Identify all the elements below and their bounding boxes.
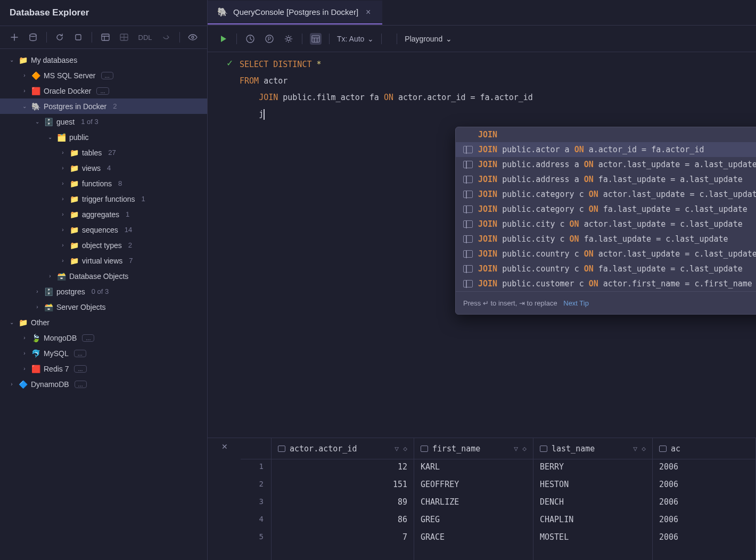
table-cell[interactable]: BERRY (533, 459, 652, 477)
table-cell[interactable]: 1 (241, 459, 271, 477)
chevron-right-icon[interactable]: › (60, 165, 66, 171)
table-cell[interactable]: 151 (272, 477, 414, 495)
chevron-right-icon[interactable]: › (47, 273, 53, 279)
column-header[interactable]: last_name ▽ ◇ (533, 438, 652, 459)
chevron-right-icon[interactable]: › (21, 72, 28, 78)
tab-query-console[interactable]: 🐘 QueryConsole [Postgres in Docker] × (208, 1, 382, 24)
chevron-right-icon[interactable]: › (60, 211, 66, 217)
table-cell[interactable]: 2006 (653, 495, 755, 512)
tree-node[interactable]: ›📁sequences14 (0, 222, 207, 237)
chevron-right-icon[interactable]: › (34, 289, 40, 294)
tree-node[interactable]: ›📁tables27 (0, 145, 207, 160)
table-cell[interactable]: 2 (241, 477, 271, 495)
table-cell[interactable]: 3 (241, 495, 271, 512)
ddl-button[interactable]: DDL (137, 34, 153, 42)
explain-icon[interactable]: P (264, 33, 275, 45)
chevron-right-icon[interactable]: › (21, 88, 28, 94)
sort-icon[interactable]: ◇ (522, 444, 527, 452)
eye-icon[interactable] (187, 31, 199, 43)
close-results-icon[interactable]: ✕ (221, 442, 228, 451)
code-editor[interactable]: ✓ SELECT DISTINCT * FROM actor JOIN publ… (208, 52, 756, 127)
tree-node[interactable]: ⌄📁Other (0, 315, 207, 330)
tree-node[interactable]: ⌄🗄️guest1 of 3 (0, 114, 207, 129)
datasource-icon[interactable] (27, 31, 38, 43)
chevron-right-icon[interactable]: › (60, 180, 66, 186)
tree-node[interactable]: ›🔷DynamoDB... (0, 376, 207, 392)
add-icon[interactable] (9, 31, 20, 43)
run-icon[interactable] (217, 33, 229, 45)
chevron-right-icon[interactable]: › (60, 196, 66, 202)
tree-node[interactable]: ›🗃️Server Objects (0, 299, 207, 315)
table-cell[interactable]: GEOFFREY (414, 477, 533, 495)
table-cell[interactable]: DENCH (533, 495, 652, 512)
tree-node[interactable]: ›📁functions8 (0, 176, 207, 191)
table-cell[interactable]: CHAPLIN (533, 512, 652, 530)
column-last-name[interactable]: last_name ▽ ◇ BERRYHESTONDENCHCHAPLINMOS… (533, 438, 653, 560)
column-header[interactable]: actor.actor_id ▽ ◇ (272, 438, 414, 459)
table-cell[interactable]: 12 (272, 459, 414, 477)
chevron-right-icon[interactable]: › (21, 335, 28, 341)
sort-icon[interactable]: ◇ (642, 444, 646, 452)
stop-refresh-icon[interactable] (73, 31, 84, 43)
history-icon[interactable] (244, 33, 256, 45)
autocomplete-item[interactable]: JOIN public.category c ON actor.last_upd… (456, 187, 756, 202)
column-actor-id[interactable]: actor.actor_id ▽ ◇ 1215189867 (272, 438, 414, 560)
refresh-icon[interactable] (54, 31, 65, 43)
chevron-right-icon[interactable]: › (21, 366, 28, 372)
chevron-down-icon[interactable]: ⌄ (47, 134, 53, 140)
chevron-right-icon[interactable]: › (21, 350, 28, 356)
tree-node[interactable]: ›🔶MS SQL Server... (0, 68, 207, 83)
table-cell[interactable]: KARL (414, 459, 533, 477)
tree-node[interactable]: ›📁views4 (0, 160, 207, 176)
chevron-down-icon[interactable]: ⌄ (9, 57, 15, 63)
column-header[interactable]: first_name ▽ ◇ (414, 438, 533, 459)
results-table[interactable]: 12345 actor.actor_id ▽ ◇ 1215189867 firs… (241, 438, 756, 560)
table-cell[interactable]: HESTON (533, 477, 652, 495)
autocomplete-item[interactable]: JOIN public.country c ON actor.last_upda… (456, 246, 756, 261)
table-cell[interactable]: GREG (414, 512, 533, 530)
table-cell[interactable]: 89 (272, 495, 414, 512)
table-cell[interactable]: 7 (272, 530, 414, 547)
chevron-right-icon[interactable]: › (60, 258, 66, 263)
tree-node[interactable]: ›🟥Redis 7... (0, 361, 207, 376)
autocomplete-item[interactable]: JOIN public.actor a ON a.actor_id = fa.a… (456, 142, 756, 157)
table-cell[interactable]: 2006 (653, 459, 755, 477)
sort-icon[interactable]: ◇ (403, 444, 407, 452)
tree-node[interactable]: ›🍃MongoDB... (0, 330, 207, 345)
close-icon[interactable]: × (364, 7, 373, 17)
table-cell[interactable]: CHARLIZE (414, 495, 533, 512)
autocomplete-item[interactable]: JOIN public.city c ON actor.last_update … (456, 217, 756, 232)
table-cell[interactable]: 2006 (653, 477, 755, 495)
autocomplete-item[interactable]: JOIN (456, 127, 756, 142)
filter-icon[interactable]: ▽ (395, 444, 399, 452)
database-tree[interactable]: ⌄📁My databases›🔶MS SQL Server...›🟥Oracle… (0, 49, 207, 560)
tx-mode-dropdown[interactable]: Tx: Auto⌄ (337, 35, 374, 43)
tree-node[interactable]: ›📁trigger functions1 (0, 191, 207, 207)
layout-icon[interactable] (100, 31, 111, 43)
column-next[interactable]: ac 20062006200620062006 (653, 438, 756, 560)
table-cell[interactable]: GRACE (414, 530, 533, 547)
autocomplete-item[interactable]: JOIN public.country c ON fa.last_update … (456, 261, 756, 276)
chevron-right-icon[interactable]: › (60, 150, 66, 155)
settings-icon[interactable] (283, 33, 294, 45)
jump-icon[interactable] (161, 31, 172, 43)
tree-node[interactable]: ⌄📁My databases (0, 52, 207, 68)
filter-icon[interactable]: ▽ (633, 444, 637, 452)
column-first-name[interactable]: first_name ▽ ◇ KARLGEOFFREYCHARLIZEGREGG… (414, 438, 533, 560)
table-cell[interactable]: MOSTEL (533, 530, 652, 547)
chevron-right-icon[interactable]: › (9, 381, 15, 387)
table-cell[interactable]: 5 (241, 530, 271, 547)
tree-node[interactable]: ›🗄️postgres0 of 3 (0, 284, 207, 299)
table-cell[interactable]: 4 (241, 512, 271, 530)
table-cell[interactable]: 2006 (653, 512, 755, 530)
next-tip-link[interactable]: Next Tip (563, 299, 589, 307)
chevron-right-icon[interactable]: › (60, 227, 66, 233)
code-content[interactable]: SELECT DISTINCT * FROM actor JOIN public… (240, 52, 533, 127)
tree-node[interactable]: ›📁object types2 (0, 237, 207, 253)
tree-node[interactable]: ›🗃️Database Objects (0, 268, 207, 284)
autocomplete-item[interactable]: JOIN public.category c ON fa.last_update… (456, 202, 756, 217)
autocomplete-item[interactable]: JOIN public.customer c ON actor.first_na… (456, 276, 756, 291)
tree-node[interactable]: ›🐬MySQL... (0, 345, 207, 361)
table-cell[interactable]: 86 (272, 512, 414, 530)
chevron-right-icon[interactable]: › (60, 242, 66, 248)
